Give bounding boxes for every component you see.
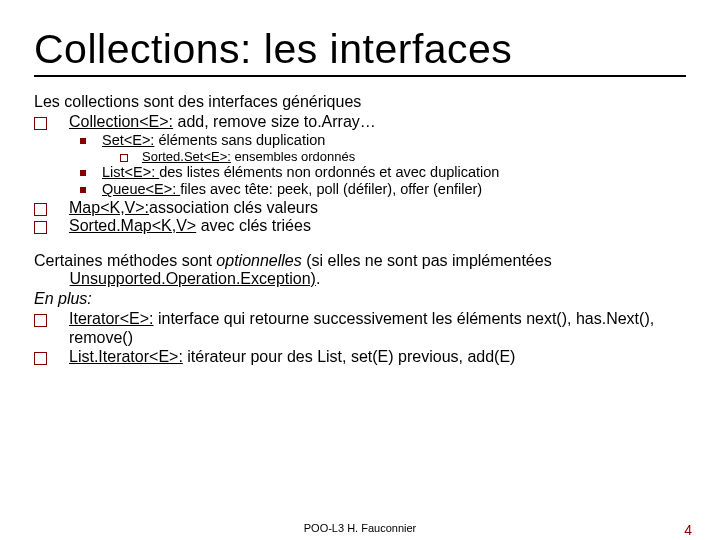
bullet-l1: Map<K,V>:association clés valeurs (34, 199, 686, 218)
square-bullet-icon (34, 314, 47, 327)
bullet-text: Collection<E>: add, remove size to.Array… (69, 113, 376, 132)
square-bullet-icon (80, 170, 86, 176)
bullet-l1: Iterator<E>: interface qui retourne succ… (34, 310, 686, 348)
title-rule (34, 75, 686, 77)
bullet-l1: Collection<E>: add, remove size to.Array… (34, 113, 686, 132)
en-plus-line: En plus: (34, 290, 686, 308)
bullet-l2: List<E>: des listes éléments non ordonné… (80, 164, 686, 181)
bullet-text: List.Iterator<E>: itérateur pour des Lis… (69, 348, 515, 367)
footer-author: POO-L3 H. Fauconnier (0, 522, 720, 534)
square-bullet-icon (34, 203, 47, 216)
bullet-text: Queue<E>: files avec tête: peek, poll (d… (102, 181, 482, 198)
bullet-text: List<E>: des listes éléments non ordonné… (102, 164, 499, 181)
bullet-text: Sorted.Map<K,V> avec clés triées (69, 217, 311, 236)
intro-line: Les collections sont des interfaces géné… (34, 93, 686, 111)
bullet-l2: Set<E>: éléments sans duplication (80, 132, 686, 149)
bullet-text: Map<K,V>:association clés valeurs (69, 199, 318, 218)
bullet-text: Iterator<E>: interface qui retourne succ… (69, 310, 686, 348)
paragraph-2: Certaines méthodes sont optionnelles (si… (34, 252, 686, 288)
page-number: 4 (684, 522, 692, 538)
bullet-l2: Queue<E>: files avec tête: peek, poll (d… (80, 181, 686, 198)
bullet-l3: Sorted.Set<E>: ensembles ordonnés (120, 149, 686, 164)
bullet-l1: Sorted.Map<K,V> avec clés triées (34, 217, 686, 236)
square-bullet-icon (34, 117, 47, 130)
square-bullet-icon (34, 352, 47, 365)
square-bullet-icon (80, 187, 86, 193)
bullet-l1: List.Iterator<E>: itérateur pour des Lis… (34, 348, 686, 367)
square-bullet-icon (80, 138, 86, 144)
square-bullet-icon (34, 221, 47, 234)
slide-title: Collections: les interfaces (34, 26, 686, 73)
square-bullet-icon (120, 154, 128, 162)
bullet-text: Sorted.Set<E>: ensembles ordonnés (142, 149, 355, 164)
bullet-text: Set<E>: éléments sans duplication (102, 132, 325, 149)
